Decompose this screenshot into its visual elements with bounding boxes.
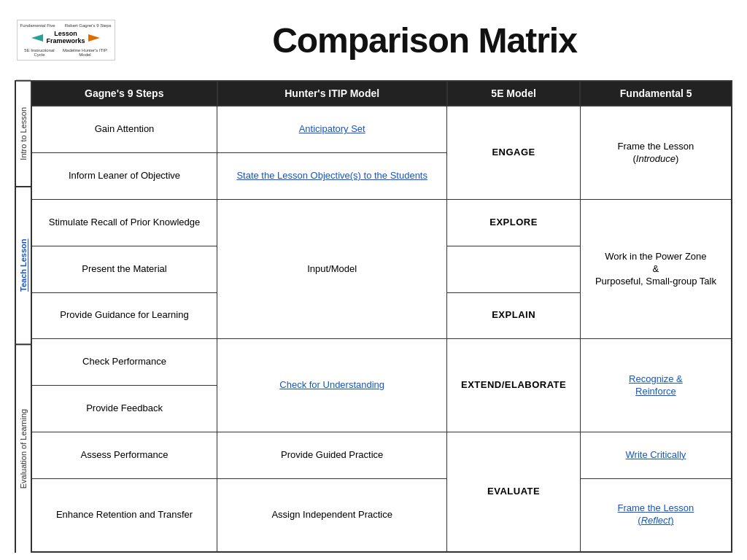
logo-gagne: Robert Gagne's 9 Steps bbox=[65, 23, 112, 28]
table-row: Check Performance Check for Understandin… bbox=[31, 339, 732, 386]
side-labels: Intro to Lesson Teach Lesson Evaluation … bbox=[15, 80, 31, 553]
hunter-independent-practice: Assign Independent Practice bbox=[217, 478, 447, 552]
fund5-write-critically: Write Critically bbox=[580, 432, 732, 478]
side-label-intro[interactable]: Intro to Lesson bbox=[16, 80, 31, 186]
recognize-reinforce-link[interactable]: Recognize &Reinforce bbox=[629, 373, 683, 397]
fund5-power-zone: Work in the Power Zone&Purposeful, Small… bbox=[580, 200, 732, 339]
hunter-anticipatory-set: Anticipatory Set bbox=[217, 106, 447, 153]
fund5-frame-reflect: Frame the Lesson(Reflect) bbox=[580, 478, 732, 552]
col-header-hunter: Hunter's ITIP Model bbox=[217, 81, 447, 106]
5e-evaluate: EVALUATE bbox=[447, 432, 581, 552]
page-title: Comparison Matrix bbox=[117, 20, 732, 61]
hunter-state-lesson: State the Lesson Objective(s) to the Stu… bbox=[217, 153, 447, 200]
arrow-right-icon bbox=[88, 33, 101, 43]
table-row: Gain Attention Anticipatory Set ENGAGE F… bbox=[31, 106, 732, 153]
logo-area: Fundamental Five Robert Gagne's 9 Steps … bbox=[15, 20, 117, 61]
matrix-table: Gagne's 9 Steps Hunter's ITIP Model 5E M… bbox=[31, 80, 732, 553]
gagne-provide-guidance: Provide Guidance for Learning bbox=[31, 292, 217, 339]
logo-5e: 5E Instructional Cycle bbox=[20, 48, 59, 57]
gagne-inform-leaner: Inform Leaner of Objective bbox=[31, 153, 217, 200]
logo-lesson-frameworks: LessonFrameworks bbox=[46, 31, 85, 45]
table-row: Stimulate Recall of Prior Knowledge Inpu… bbox=[31, 200, 732, 246]
write-critically-link[interactable]: Write Critically bbox=[626, 449, 686, 460]
side-label-teach[interactable]: Teach Lesson bbox=[16, 186, 31, 343]
5e-extend-elaborate: EXTEND/ELABORATE bbox=[447, 339, 581, 432]
side-label-eval: Evaluation of Learning bbox=[16, 343, 31, 553]
col-header-5e: 5E Model bbox=[447, 81, 581, 106]
table-container: Intro to Lesson Teach Lesson Evaluation … bbox=[15, 80, 732, 553]
gagne-stimulate-recall: Stimulate Recall of Prior Knowledge bbox=[31, 200, 217, 246]
col-header-gagne: Gagne's 9 Steps bbox=[31, 81, 217, 106]
gagne-present-material: Present the Material bbox=[31, 246, 217, 292]
page: Fundamental Five Robert Gagne's 9 Steps … bbox=[0, 0, 747, 560]
check-understanding-link[interactable]: Check for Understanding bbox=[279, 379, 384, 390]
state-lesson-link[interactable]: State the Lesson Objective(s) to the Stu… bbox=[236, 170, 427, 181]
logo-hunter: Madeline Hunter's ITIP Model bbox=[59, 48, 112, 57]
svg-marker-1 bbox=[88, 34, 100, 42]
gagne-enhance-retention: Enhance Retention and Transfer bbox=[31, 478, 217, 552]
gagne-provide-feedback: Provide Feedback bbox=[31, 386, 217, 432]
logo-fundamental-five: Fundamental Five bbox=[20, 23, 55, 28]
5e-explore: EXPLORE bbox=[447, 200, 581, 246]
anticipatory-set-link[interactable]: Anticipatory Set bbox=[299, 123, 365, 134]
fund5-frame-intro: Frame the Lesson(Introduce) bbox=[580, 106, 732, 200]
hunter-guided-practice: Provide Guided Practice bbox=[217, 432, 447, 478]
hunter-input-model: Input/Model bbox=[217, 200, 447, 339]
5e-empty1 bbox=[447, 246, 581, 292]
gagne-assess-performance: Assess Performance bbox=[31, 432, 217, 478]
arrow-left-icon bbox=[30, 33, 43, 43]
table-row: Assess Performance Provide Guided Practi… bbox=[31, 432, 732, 478]
frame-reflect-link[interactable]: Frame the Lesson(Reflect) bbox=[618, 502, 694, 526]
table-row: Enhance Retention and Transfer Assign In… bbox=[31, 478, 732, 552]
logo-box: Fundamental Five Robert Gagne's 9 Steps … bbox=[17, 20, 115, 61]
svg-marker-0 bbox=[31, 34, 43, 42]
hunter-check-understanding: Check for Understanding bbox=[217, 339, 447, 432]
fund5-recognize-reinforce: Recognize &Reinforce bbox=[580, 339, 732, 432]
col-header-fund5: Fundamental 5 bbox=[580, 81, 732, 106]
5e-explain: EXPLAIN bbox=[447, 292, 581, 339]
5e-engage: ENGAGE bbox=[447, 106, 581, 200]
header: Fundamental Five Robert Gagne's 9 Steps … bbox=[15, 7, 732, 73]
gagne-gain-attention: Gain Attention bbox=[31, 106, 217, 153]
table-header-row: Gagne's 9 Steps Hunter's ITIP Model 5E M… bbox=[31, 81, 732, 106]
gagne-check-performance: Check Performance bbox=[31, 339, 217, 386]
